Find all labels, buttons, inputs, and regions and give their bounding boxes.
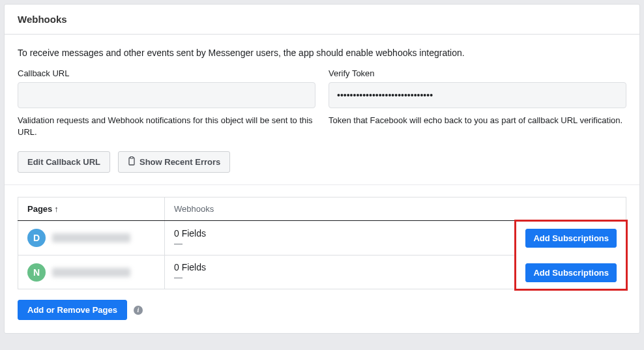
svg-rect-0 — [129, 158, 134, 165]
verify-token-help: Token that Facebook will echo back to yo… — [329, 115, 626, 138]
webhooks-card: Webhooks To receive messages and other e… — [4, 4, 640, 334]
page-avatar: D — [27, 229, 46, 247]
add-subscriptions-button[interactable]: Add Subscriptions — [525, 229, 617, 248]
pages-table: Pages↑ Webhooks D 0 — [18, 197, 626, 289]
svg-rect-1 — [130, 157, 133, 159]
intro-text: To receive messages and other events sen… — [18, 48, 626, 58]
fields-dash: — — [174, 272, 506, 282]
fields-dash: — — [174, 239, 506, 248]
clipboard-icon — [128, 156, 136, 168]
table-row: D 0 Fields — Add Subscriptions — [18, 221, 626, 255]
callback-url-help: Validation requests and Webhook notifica… — [18, 115, 315, 138]
show-recent-errors-label: Show Recent Errors — [139, 157, 220, 167]
sort-arrow-icon: ↑ — [54, 204, 59, 214]
fields-count: 0 Fields — [174, 262, 506, 272]
add-remove-pages-button[interactable]: Add or Remove Pages — [18, 300, 127, 320]
callback-url-input[interactable] — [18, 82, 315, 108]
page-name-redacted — [52, 233, 130, 242]
page-name-redacted — [52, 268, 130, 277]
verify-token-label: Verify Token — [329, 68, 626, 78]
page-avatar: N — [27, 263, 46, 282]
edit-callback-url-label: Edit Callback URL — [27, 157, 100, 167]
show-recent-errors-button[interactable]: Show Recent Errors — [118, 151, 230, 173]
webhooks-config-section: To receive messages and other events sen… — [5, 35, 639, 185]
edit-callback-url-button[interactable]: Edit Callback URL — [18, 151, 110, 173]
pages-column-header[interactable]: Pages↑ — [18, 197, 165, 221]
add-subscriptions-button[interactable]: Add Subscriptions — [525, 263, 617, 282]
callback-url-label: Callback URL — [18, 68, 315, 78]
fields-count: 0 Fields — [174, 228, 506, 239]
verify-token-input[interactable] — [329, 82, 626, 108]
webhooks-column-header: Webhooks — [165, 197, 626, 221]
info-icon[interactable]: i — [134, 306, 143, 315]
pages-section: Pages↑ Webhooks D 0 — [5, 185, 639, 333]
card-title: Webhooks — [5, 5, 639, 35]
